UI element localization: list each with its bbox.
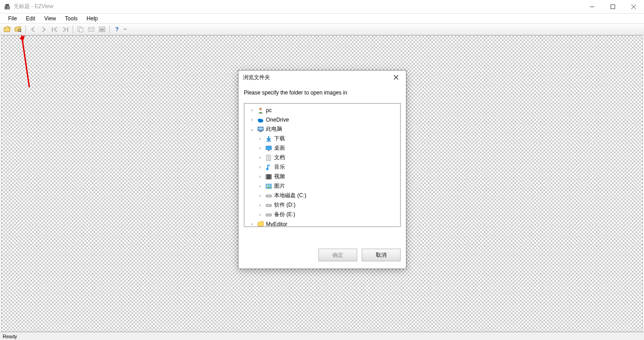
svg-rect-4 xyxy=(611,5,615,9)
document-icon xyxy=(265,154,272,161)
desktop-icon xyxy=(265,145,272,152)
toolbar-separator xyxy=(109,25,110,33)
last-button xyxy=(60,24,71,34)
tree-item-label: 下载 xyxy=(274,135,285,142)
expand-icon[interactable]: › xyxy=(257,165,263,170)
svg-rect-25 xyxy=(259,131,262,132)
toolbar-separator xyxy=(73,25,73,33)
tree-item-label: 音乐 xyxy=(274,163,285,171)
tree-item[interactable]: ›桌面 xyxy=(245,143,399,153)
dialog-buttons: 确定 取消 xyxy=(238,241,406,269)
open-file-button[interactable] xyxy=(2,24,13,34)
tree-item-label: 视频 xyxy=(274,173,285,180)
help-dropdown[interactable] xyxy=(122,24,128,34)
folder-icon xyxy=(257,221,264,227)
tree-item[interactable]: ›视频 xyxy=(245,172,399,181)
browse-folder-dialog: 浏览文件夹 Please specify the folder to open … xyxy=(238,70,406,269)
tree-item[interactable]: ›文档 xyxy=(245,153,399,162)
svg-point-20 xyxy=(259,108,262,110)
expand-icon[interactable]: › xyxy=(257,203,263,208)
svg-rect-36 xyxy=(271,175,271,179)
svg-rect-0 xyxy=(5,4,9,6)
maximize-button[interactable] xyxy=(602,0,623,14)
folder-tree[interactable]: ›pc›OneDrive⌄此电脑›下载›桌面›文档›音乐›视频›图片›本地磁盘 … xyxy=(244,103,401,227)
svg-point-44 xyxy=(270,214,271,215)
tree-item-label: 本地磁盘 (C:) xyxy=(274,192,306,199)
tree-item[interactable]: ›OneDrive xyxy=(245,115,399,124)
tree-item[interactable]: ›备份 (E:) xyxy=(245,210,399,219)
download-icon xyxy=(265,135,272,142)
tree-item[interactable]: ›pc xyxy=(245,105,399,115)
svg-line-8 xyxy=(20,31,21,32)
open-folder-button[interactable] xyxy=(13,24,23,34)
svg-point-33 xyxy=(266,168,269,170)
tree-item-label: MyEditor xyxy=(266,221,287,227)
first-button xyxy=(49,24,60,34)
tree-item[interactable]: ›软件 (D:) xyxy=(245,200,399,210)
titlebar: 无标题 - EZView xyxy=(0,0,644,14)
svg-rect-35 xyxy=(266,175,267,179)
copy-button xyxy=(75,24,86,34)
window-title: 无标题 - EZView xyxy=(14,3,53,10)
expand-icon[interactable]: › xyxy=(249,108,255,113)
expand-icon[interactable]: › xyxy=(257,174,263,179)
expand-icon[interactable]: › xyxy=(257,184,263,189)
expand-icon[interactable]: › xyxy=(257,212,263,217)
drive-icon xyxy=(265,202,272,209)
dialog-body: Please specify the folder to open images… xyxy=(238,84,406,241)
help-button[interactable]: ? xyxy=(112,24,122,34)
svg-rect-2 xyxy=(5,7,7,9)
tree-item-label: 软件 (D:) xyxy=(274,201,295,209)
svg-rect-12 xyxy=(79,28,83,32)
video-icon xyxy=(265,173,272,180)
collapse-icon[interactable]: ⌄ xyxy=(249,127,255,132)
tree-item[interactable]: ›下载 xyxy=(245,134,399,143)
app-icon xyxy=(4,3,11,10)
svg-rect-15 xyxy=(100,28,104,31)
menu-file[interactable]: File xyxy=(4,14,21,23)
dialog-close-button[interactable] xyxy=(391,72,401,83)
dialog-title-text: 浏览文件夹 xyxy=(243,74,270,81)
tree-item-label: 备份 (E:) xyxy=(274,211,295,218)
expand-icon[interactable]: › xyxy=(257,155,263,160)
expand-icon[interactable]: › xyxy=(249,222,255,227)
drive-icon xyxy=(265,192,272,199)
toolbar: ? xyxy=(0,24,644,35)
tree-item[interactable]: ›本地磁盘 (C:) xyxy=(245,191,399,200)
menu-help[interactable]: Help xyxy=(82,14,103,23)
dialog-instruction: Please specify the folder to open images… xyxy=(244,90,401,96)
ok-button[interactable]: 确定 xyxy=(318,249,357,261)
next-button xyxy=(38,24,49,34)
tree-item[interactable]: ›MyEditor xyxy=(245,219,399,227)
menubar: File Edit View Tools Help xyxy=(0,14,644,24)
user-icon xyxy=(257,107,264,114)
dialog-titlebar: 浏览文件夹 xyxy=(238,71,406,84)
svg-point-22 xyxy=(258,118,261,121)
expand-icon[interactable]: › xyxy=(249,117,255,122)
toolbar-separator xyxy=(25,25,26,33)
expand-icon[interactable]: › xyxy=(257,193,263,198)
menu-edit[interactable]: Edit xyxy=(21,14,40,23)
tree-item[interactable]: ›音乐 xyxy=(245,162,399,172)
cancel-button[interactable]: 取消 xyxy=(362,249,401,261)
tree-item[interactable]: ›图片 xyxy=(245,181,399,191)
tree-item-label: 文档 xyxy=(274,154,285,161)
tree-item[interactable]: ⌄此电脑 xyxy=(245,124,399,134)
tree-item-label: 桌面 xyxy=(274,144,285,152)
prev-button xyxy=(28,24,38,34)
onedrive-icon xyxy=(257,116,264,123)
minimize-button[interactable] xyxy=(582,0,602,14)
svg-rect-24 xyxy=(258,128,263,130)
svg-point-40 xyxy=(270,195,271,196)
computer-icon xyxy=(257,126,264,133)
tree-item-label: OneDrive xyxy=(266,117,289,123)
picture-icon xyxy=(265,183,272,190)
fullscreen-button xyxy=(97,24,107,34)
close-button[interactable] xyxy=(623,0,644,14)
expand-icon[interactable]: › xyxy=(257,146,263,151)
svg-rect-27 xyxy=(266,146,271,150)
menu-tools[interactable]: Tools xyxy=(61,14,82,23)
tree-item-label: 图片 xyxy=(274,182,285,190)
expand-icon[interactable]: › xyxy=(257,136,263,141)
menu-view[interactable]: View xyxy=(40,14,61,23)
